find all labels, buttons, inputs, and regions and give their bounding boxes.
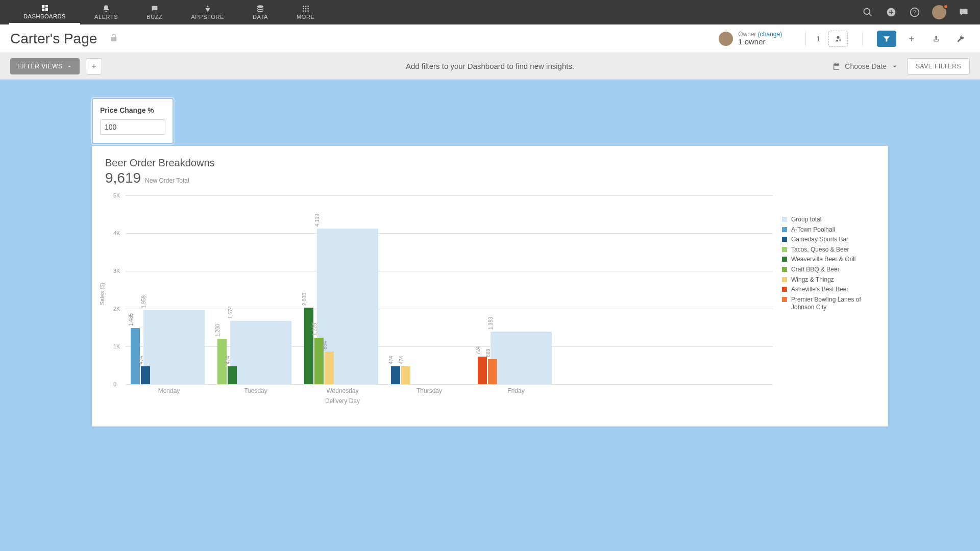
category-group: 474474Thursday — [386, 195, 473, 384]
share-button[interactable] — [927, 31, 945, 47]
change-owner-link[interactable]: (change) — [758, 31, 782, 38]
people-count: 1 — [814, 35, 822, 43]
legend-item: A-Town Poolhall — [782, 226, 875, 234]
svg-point-0 — [303, 6, 304, 7]
database-icon — [256, 5, 264, 13]
search-icon[interactable] — [862, 6, 874, 18]
svg-text:?: ? — [913, 9, 917, 15]
series-bars — [478, 357, 497, 384]
category-group: 1,6741,200474Tuesday — [212, 195, 299, 384]
chart-title: Beer Order Breakdowns — [105, 157, 875, 169]
y-tick: 4K — [113, 230, 120, 236]
group-total-bar — [230, 321, 291, 384]
user-avatar[interactable] — [932, 5, 946, 19]
legend-swatch — [782, 257, 787, 262]
filter-views-button[interactable]: FILTER VIEWS — [10, 58, 80, 74]
legend-swatch — [782, 217, 787, 222]
nav-alerts[interactable]: ALERTS — [80, 0, 132, 24]
bar-value-label: 1,485 — [128, 313, 134, 326]
category-group: 1,9591,485474Monday — [126, 195, 212, 384]
svg-point-6 — [303, 10, 304, 12]
svg-point-4 — [305, 8, 306, 10]
svg-point-1 — [305, 6, 306, 7]
help-icon[interactable]: ? — [909, 6, 921, 18]
group-total-bar — [143, 310, 205, 384]
filter-hint: Add filters to your Dashboard to find ne… — [406, 62, 574, 70]
nav-more[interactable]: MORE — [282, 0, 329, 24]
filter-subbar: FILTER VIEWS Add filters to your Dashboa… — [0, 53, 980, 80]
legend-item: Asheville's Best Beer — [782, 286, 875, 294]
wrench-icon[interactable] — [951, 31, 970, 47]
add-person-button[interactable] — [828, 31, 848, 47]
legend-label: Group total — [791, 216, 821, 224]
legend-swatch — [782, 267, 787, 272]
grid-icon — [302, 5, 310, 13]
series-bar — [391, 366, 400, 384]
series-bar — [401, 366, 410, 384]
bar-value-label: 724 — [475, 346, 481, 355]
bell-icon — [102, 5, 110, 13]
price-change-input[interactable] — [100, 119, 165, 135]
feedback-icon[interactable] — [958, 6, 970, 18]
bar-value-label: 4,119 — [314, 214, 320, 227]
bar-value-label: 1,959 — [141, 295, 146, 308]
x-tick-label: Tuesday — [212, 387, 299, 394]
y-axis-label: Sales ($) — [99, 283, 105, 305]
add-filter-button[interactable] — [86, 58, 102, 74]
nav-dashboards[interactable]: DASHBOARDS — [9, 0, 80, 24]
dashboard-canvas: Price Change % Beer Order Breakdowns 9,6… — [0, 80, 980, 551]
x-axis-label: Delivery Day — [126, 397, 559, 405]
y-tick: 1K — [113, 343, 120, 349]
legend-item: Premier Bowling Lanes of Johnson City — [782, 296, 875, 312]
svg-point-2 — [307, 6, 309, 7]
series-bar — [304, 308, 313, 384]
owner-avatar[interactable] — [719, 32, 733, 46]
nav-data[interactable]: DATA — [238, 0, 282, 24]
nav-label: BUZZ — [146, 14, 162, 20]
price-change-card[interactable]: Price Change % — [92, 98, 174, 144]
lock-icon[interactable] — [109, 33, 118, 44]
bar-value-label: 2,030 — [302, 293, 307, 306]
save-filters-button[interactable]: SAVE FILTERS — [907, 58, 970, 74]
owner-block: Owner (change) 1 owner — [719, 31, 782, 46]
page-header: Carter's Page Owner (change) 1 owner 1 — [0, 24, 980, 53]
price-change-label: Price Change % — [100, 106, 165, 114]
nav-appstore[interactable]: APPSTORE — [177, 0, 238, 24]
category-group: 4,1192,0301,225864Wednesday — [299, 195, 386, 384]
nav-label: DATA — [253, 14, 268, 20]
category-group: 1,393724669Friday — [473, 195, 559, 384]
y-tick: 2K — [113, 306, 120, 312]
legend-item: Gameday Sports Bar — [782, 236, 875, 244]
bar-value-label: 474 — [225, 356, 231, 364]
legend-label: Gameday Sports Bar — [791, 236, 848, 244]
bar-value-label: 864 — [322, 341, 328, 349]
topbar: DASHBOARDS ALERTS BUZZ APPSTORE DATA MOR… — [0, 0, 980, 24]
nav-label: ALERTS — [94, 14, 118, 20]
legend-label: A-Town Poolhall — [791, 226, 835, 234]
add-icon[interactable] — [885, 6, 897, 18]
choose-date-button[interactable]: Choose Date — [832, 62, 899, 70]
legend-swatch — [782, 237, 787, 242]
legend-item: Tacos, Queso & Beer — [782, 246, 875, 254]
legend-label: Premier Bowling Lanes of Johnson City — [791, 296, 875, 312]
chart-plot: Sales ($) 01K2K3K4K5K1,9591,485474Monday… — [105, 195, 773, 415]
series-bar — [228, 366, 237, 384]
y-tick: 3K — [113, 268, 120, 274]
divider — [805, 32, 806, 46]
owner-label: Owner — [738, 31, 756, 38]
chart-card[interactable]: Beer Order Breakdowns 9,619 New Order To… — [92, 146, 888, 427]
chevron-down-icon — [891, 62, 899, 70]
filter-views-label: FILTER VIEWS — [17, 63, 62, 70]
top-nav: DASHBOARDS ALERTS BUZZ APPSTORE DATA MOR… — [0, 0, 329, 24]
series-bars — [304, 308, 334, 384]
x-tick-label: Thursday — [386, 387, 473, 394]
filter-button[interactable] — [877, 31, 896, 47]
legend-swatch — [782, 277, 787, 282]
add-card-button[interactable] — [902, 31, 921, 47]
x-tick-label: Wednesday — [299, 387, 386, 394]
nav-buzz[interactable]: BUZZ — [132, 0, 177, 24]
svg-point-3 — [303, 8, 304, 10]
bar-value-label: 1,225 — [312, 323, 317, 336]
header-actions: 1 — [814, 31, 970, 47]
owner-count: 1 owner — [738, 38, 782, 46]
